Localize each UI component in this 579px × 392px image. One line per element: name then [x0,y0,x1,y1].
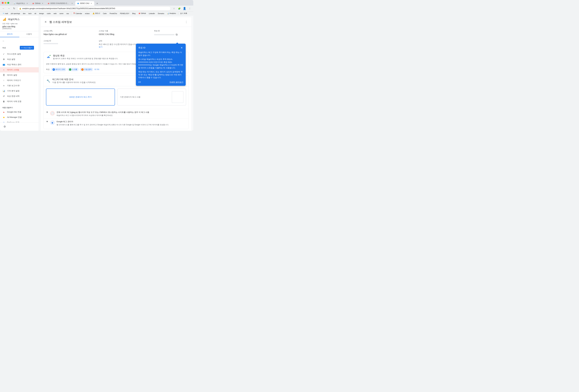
panel-close-button[interactable]: ✕ [44,20,48,24]
traffic-lights [2,2,9,4]
bookmark-dev[interactable]: dev [22,12,27,15]
menu-button[interactable]: ⋮ [188,6,192,10]
gtag-content: 전체 사이트 태그(gtag.js) 웹사이트 작성 도구 또는 CMS에서 호… [57,111,186,117]
tooltip-learn-more-link[interactable]: 자세히 알아보기 [169,81,183,83]
bookmark-tech[interactable]: tech [27,12,33,15]
browser-frame: 📊 애널리틱스 ✕ 🐙 GitHub ✕ 🐙 GDSC-CAU/GDSC-CAU… [0,0,193,131]
existing-tag-label: 기존 온페이지 태그 사용 [120,96,141,98]
copy-measurement-id-button[interactable]: ⧉ [176,33,178,36]
sidebar-item-data-import[interactable]: ↑ 데이터 가져오기 [0,78,39,83]
tab-analytics[interactable]: 📊 애널리틱스 ✕ [11,1,30,5]
sidebar-item-analysis-settings[interactable]: 📊 기여 분석 설정 [0,88,39,94]
sidebar-item-report-id[interactable]: ≡ 기본 보고서 ID [0,83,39,88]
logo-bar2 [4,19,5,21]
sidebar-label-assistant: 어시스턴트 설정 [7,53,21,55]
sidebar-tab-admin[interactable]: 관리자 [0,31,19,37]
bookmark-design[interactable]: design [38,12,45,15]
bookmark-analytics[interactable]: 📊 Analytics [166,12,177,15]
minimize-button[interactable] [4,2,6,4]
panel-more-button[interactable]: ⋮ [184,20,189,24]
sidebar-item-assistant[interactable]: ✓ 어시스턴트 설정 [0,51,39,57]
extensions-button[interactable]: 🧩 [177,6,181,10]
sidebar-label-property-change: 속성 변경 내역 [7,95,19,97]
forward-button[interactable]: → [7,6,11,10]
bookmark-csdm[interactable]: csdm [46,12,52,15]
sidebar-tab-user[interactable]: 사용자 [19,31,39,37]
bookmark-eclass[interactable]: eclass [84,12,91,15]
measurement-badge-pageview[interactable]: 👁 페이지 조회 [51,68,66,71]
tab-close[interactable]: ✕ [90,2,92,4]
existing-tag-option[interactable]: 기존 온페이지 태그 사용 [117,89,186,106]
sidebar-item-google-ads[interactable]: ▲ Google Ads 연결 [0,109,39,115]
bookmark-calm[interactable]: Calm [102,12,108,15]
back-button[interactable]: ← [1,6,5,10]
bookmark-web[interactable]: web [52,12,58,15]
tab-close[interactable]: ✕ [26,2,28,4]
add-property-button[interactable]: + 속성 만들기 [20,46,34,50]
pageview-label: 페이지 조회 [56,68,65,71]
expand-icon-gtm[interactable]: ▼ [46,120,48,123]
sidebar-item-property-settings[interactable]: ⚙ 속성 설정 [0,57,39,62]
bookmark-penielcho[interactable]: PenielCho [109,12,118,15]
bookmark-some[interactable]: some [58,12,65,15]
bookmark-calendar[interactable]: 📅 Calendar [72,12,83,15]
bookmark-github[interactable]: 🐙 GitHub [137,12,147,15]
stream-id-placeholder [44,43,58,44]
settings-button[interactable]: ⚙ [2,124,7,129]
bookmark-job-openings[interactable]: job openings [10,12,21,15]
back-nav[interactable]: ← [0,39,39,44]
scroll-icon: ↕ [69,68,71,71]
tab-favicon: 🐙 [32,2,34,4]
bookmark-2021-2[interactable]: ⚠️ 2021-2 [91,12,101,15]
close-button[interactable] [2,2,4,4]
address-bar[interactable]: 🔒 analytics.google.com/analytics/web/pro… [17,6,171,10]
bookmark-mail[interactable]: 📧 mail [1,12,9,15]
stream-id-item: 스트림 ID [44,40,93,48]
profile-button[interactable]: 👤 [182,6,187,10]
bookmark-penielogy[interactable]: PENIELOGY [119,12,131,15]
tab-github[interactable]: 🐙 GitHub ✕ [30,1,45,5]
measurement-badge-scroll[interactable]: ↕ 스크롤 [68,68,79,71]
google-ads-icon: ▲ [2,111,5,114]
stream-id-label: 스트림 ID [44,40,93,42]
tab-close[interactable]: ✕ [41,2,44,4]
sidebar-item-bigquery[interactable]: ◉ BigQuery 연결 [0,120,39,122]
bookmark-linkedin[interactable]: LinkedIn [147,12,156,15]
tooltip-title: 측정 ID [138,46,145,49]
measurement-id-item: 측정 ID ⧉ [154,30,189,36]
gtm-title: Google 태그 관리자 [57,120,186,123]
bookmark-reading-list[interactable]: 읽기 목록 [179,12,188,15]
new-tag-option[interactable]: 새로운 온페이지 태그 추가 [46,89,115,106]
bookmark-ott[interactable]: ott [33,12,37,15]
tab-close[interactable]: ✕ [71,2,73,4]
tab-label: GDSC CAU [80,2,89,4]
sidebar-item-access-management[interactable]: 👥 속성 액세스 관리 [0,62,39,67]
reload-button[interactable]: ↻ [12,6,16,10]
tab-gdsc-cau-github[interactable]: 🐙 GDSC-CAU/GDSC-CAU.githu... ✕ [46,1,75,5]
web-stream-panel: ✕ 웹 스트림 세부정보 ⋮ 스트림 URL https://gdsc-cau.… [41,17,192,131]
sidebar-item-property-change[interactable]: ↺ 속성 변경 내역 [0,94,39,99]
sidebar-item-ad-manager[interactable]: ◆ Ad Manager 연결 [0,115,39,120]
tab-gdsc-cau[interactable]: 🔷 GDSC CAU ✕ [75,1,94,5]
more-measurements-link[interactable]: 외 3개 [94,68,99,71]
tooltip-close-button[interactable]: ✕ [180,46,183,50]
sidebar-item-data-delete[interactable]: 🗑 데이터 삭제 요청 [0,99,39,104]
bookmark-cau[interactable]: cau [65,12,70,15]
maximize-button[interactable] [7,2,9,4]
new-tab-button[interactable]: + [95,1,99,5]
sidebar-label-data-stream: 데이터 스트림 [7,68,19,71]
main-content: ✕ 웹 스트림 세부정보 ⋮ 스트림 URL https://gdsc-cau.… [39,15,193,131]
measurement-badge-outclick[interactable]: ↗ 이탈 클릭 [80,68,93,71]
expand-icon[interactable]: ▼ [46,111,48,114]
bookmark-domains[interactable]: Domains [157,12,165,15]
tag-detail-row-gtag: ▼ 📄 전체 사이트 태그(gtag.js) 웹사이트 작성 도구 또는 CMS… [44,109,188,118]
bookmark-blog[interactable]: Blog [131,12,137,15]
sidebar-item-data-stream[interactable]: ≈ 데이터 스트림 [0,67,39,72]
bookmark-star-button[interactable]: ☆ [172,6,176,10]
sidebar-item-data-settings[interactable]: 🗄 데이터 설정 [0,72,39,78]
sidebar-label-analysis-settings: 기여 분석 설정 [7,90,19,92]
browser-toolbar: ← → ↻ 🔒 analytics.google.com/analytics/w… [0,5,193,11]
tab-label: 애널리틱스 [16,2,25,5]
tooltip-pagination: 2/2 [138,81,141,83]
tooltip-footer: 2/2 자세히 알아보기 [138,81,183,83]
